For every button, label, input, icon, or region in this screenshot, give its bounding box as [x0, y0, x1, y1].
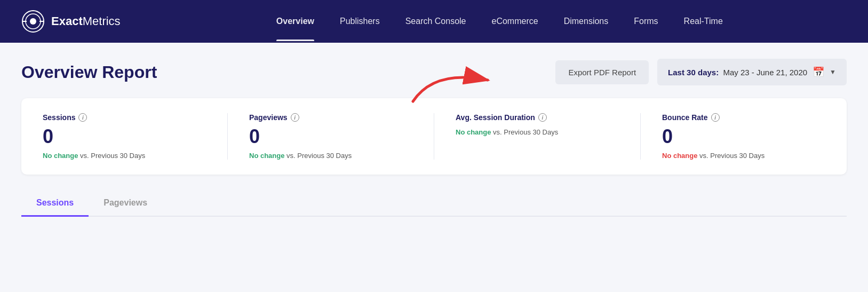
header: ExactMetrics Overview Publishers Search …	[0, 0, 868, 43]
stat-sessions-change: No change vs. Previous 30 Days	[43, 152, 206, 160]
stat-avg-session-label: Avg. Session Duration i	[456, 113, 619, 122]
main-content: Overview Report Export PDF Report Last 3…	[0, 43, 868, 233]
stat-pageviews-label: Pageviews i	[249, 113, 412, 122]
chart-tabs: Sessions Pageviews	[21, 191, 847, 217]
stat-sessions-value: 0	[43, 126, 206, 147]
export-pdf-button[interactable]: Export PDF Report	[555, 60, 649, 84]
stat-pageviews-value: 0	[249, 126, 412, 147]
pageviews-info-icon[interactable]: i	[291, 113, 299, 122]
nav-item-ecommerce[interactable]: eCommerce	[479, 2, 551, 41]
stat-bounce-rate-change: No change vs. Previous 30 Days	[662, 152, 825, 160]
nav-item-search-console[interactable]: Search Console	[393, 2, 479, 41]
top-bar-actions: Export PDF Report Last 30 days: May 23 -…	[555, 59, 847, 85]
nav-item-publishers[interactable]: Publishers	[327, 2, 393, 41]
stat-pageviews: Pageviews i 0 No change vs. Previous 30 …	[228, 113, 434, 160]
date-range-label: Last 30 days: May 23 - June 21, 2020	[668, 68, 807, 77]
nav-item-dimensions[interactable]: Dimensions	[551, 2, 622, 41]
logo-icon	[21, 10, 45, 33]
main-nav: Overview Publishers Search Console eComm…	[153, 2, 847, 41]
stat-bounce-rate-label: Bounce Rate i	[662, 113, 825, 122]
calendar-icon: 📅	[813, 66, 824, 78]
avg-session-info-icon[interactable]: i	[538, 113, 547, 122]
stat-avg-session-change: No change vs. Previous 30 Days	[456, 128, 619, 136]
stat-sessions-label: Sessions i	[43, 113, 206, 122]
nav-item-overview[interactable]: Overview	[264, 2, 327, 41]
logo[interactable]: ExactMetrics	[21, 10, 121, 33]
bounce-rate-info-icon[interactable]: i	[711, 113, 720, 122]
page-title: Overview Report	[21, 62, 157, 82]
logo-text: ExactMetrics	[51, 14, 121, 28]
date-range-button[interactable]: Last 30 days: May 23 - June 21, 2020 📅 ▼	[657, 59, 847, 85]
stat-pageviews-change: No change vs. Previous 30 Days	[249, 152, 412, 160]
tab-sessions[interactable]: Sessions	[21, 191, 89, 217]
stat-avg-session: Avg. Session Duration i No change vs. Pr…	[434, 113, 641, 160]
stat-bounce-rate: Bounce Rate i 0 No change vs. Previous 3…	[641, 113, 847, 160]
tab-pageviews[interactable]: Pageviews	[89, 191, 162, 217]
nav-item-forms[interactable]: Forms	[621, 2, 671, 41]
nav-item-real-time[interactable]: Real-Time	[671, 2, 736, 41]
stat-sessions: Sessions i 0 No change vs. Previous 30 D…	[21, 113, 228, 160]
top-bar: Overview Report Export PDF Report Last 3…	[21, 59, 847, 85]
sessions-info-icon[interactable]: i	[78, 113, 87, 122]
svg-point-2	[30, 18, 36, 25]
stats-card: Sessions i 0 No change vs. Previous 30 D…	[21, 98, 847, 175]
chevron-down-icon: ▼	[830, 68, 836, 76]
stat-bounce-rate-value: 0	[662, 126, 825, 147]
